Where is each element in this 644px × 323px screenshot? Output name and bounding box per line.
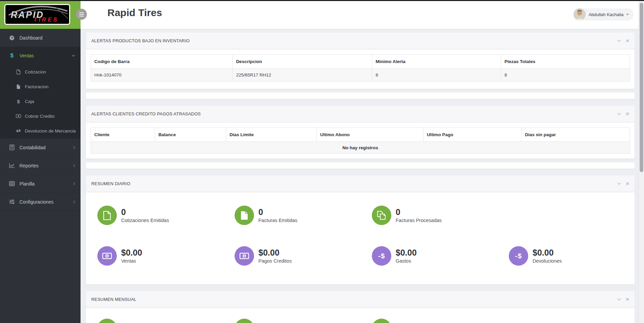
- chevron-right-icon: [73, 182, 75, 185]
- avatar: [574, 8, 586, 20]
- stat-monthly-3: 1: [372, 319, 400, 323]
- page-title: Rapid Tires: [107, 7, 162, 18]
- credit-alerts-panel: ALERTAS CLIENTES CREDITO PAGOS ATRASADOS…: [86, 106, 635, 159]
- table-icon: [9, 181, 15, 186]
- file-filled-icon: [235, 319, 254, 323]
- sidebar-item-ventas[interactable]: $ Ventas: [0, 47, 81, 64]
- sidebar-toggle-button[interactable]: [76, 9, 87, 20]
- column-header: Piezas Totales: [501, 55, 630, 69]
- copy-icon: [372, 206, 391, 225]
- sidebar-item-cobrar-credito[interactable]: Cobrar Credito: [0, 109, 81, 123]
- collapse-panel-button[interactable]: [617, 113, 621, 115]
- stat-label: Pagos Creditos: [258, 258, 292, 264]
- stat-label: Ventas: [121, 258, 142, 264]
- minus-dollar-icon: -$: [372, 246, 391, 266]
- stat-value: $0.00: [533, 248, 562, 258]
- close-panel-button[interactable]: ×: [626, 297, 629, 302]
- sidebar-item-label: Cobrar Credito: [25, 114, 55, 119]
- logo-area[interactable]: RAPID TIRES: [0, 0, 81, 29]
- sidebar-item-planilla[interactable]: Planilla: [0, 175, 81, 193]
- stat-monthly-1: 0: [97, 319, 126, 323]
- panel-title: ALERTAS CLIENTES CREDITO PAGOS ATRASADOS: [91, 111, 201, 116]
- sidebar-item-dashboard[interactable]: Dashboard: [0, 29, 81, 47]
- panel-footer-strip: [86, 162, 635, 169]
- panel-title: ALERTAS PRODUCTOS BAJO EN INVENTARIO: [91, 38, 190, 43]
- file-outline-icon: [97, 319, 117, 323]
- top-bar: Rapid Tires Abdullah Kachalia: [81, 1, 644, 29]
- stat-value: $0.00: [258, 248, 292, 258]
- gauge-icon: [9, 35, 15, 41]
- sidebar-item-reportes[interactable]: Reportes: [0, 157, 81, 175]
- vertical-scrollbar[interactable]: [639, 1, 644, 323]
- sidebar-item-label: Facturacion: [25, 84, 49, 89]
- stat-value: 0: [396, 208, 442, 217]
- credit-table: Cliente Balance Dias Limite Ultimo Abono…: [91, 127, 630, 154]
- file-filled-icon: [235, 206, 254, 225]
- close-panel-button[interactable]: ×: [626, 181, 629, 186]
- stat-gastos: -$ $0.00 Gastos: [372, 246, 417, 266]
- money-bill-icon: $: [97, 246, 117, 266]
- column-header: Codigo de Barra: [91, 55, 233, 69]
- sidebar-item-label: Caja: [25, 99, 34, 104]
- stat-label: Facturas Emitidas: [258, 218, 297, 223]
- user-menu[interactable]: Abdullah Kachalia: [574, 8, 634, 20]
- scrollbar-thumb[interactable]: [640, 3, 643, 172]
- dollar-icon: $: [9, 52, 15, 59]
- table-row: Hnk-1014070 225/65R17 RH12 8 8: [91, 69, 630, 82]
- close-icon: ×: [626, 181, 629, 186]
- rapid-tires-logo: RAPID TIRES: [4, 4, 70, 25]
- stat-facturas-procesadas: 0 Facturas Procesadas: [372, 206, 442, 225]
- sidebar-item-configuraciones[interactable]: Configuraciones: [0, 193, 81, 211]
- money-bill-icon: [16, 114, 21, 118]
- sidebar-item-label: Cotizacion: [25, 69, 46, 74]
- money-bill-icon: $: [235, 246, 254, 266]
- sidebar-item-devolucion[interactable]: Devolucion de Mercancia: [0, 123, 81, 138]
- stat-devoluciones: -$ $0.00 Devoluciones: [509, 246, 562, 266]
- chevron-down-icon: [72, 55, 75, 57]
- collapse-panel-button[interactable]: [617, 182, 621, 185]
- stat-monthly-2: 1: [235, 319, 263, 323]
- sidebar-item-facturacion[interactable]: Facturacion: [0, 79, 81, 94]
- main-content: ALERTAS PRODUCTOS BAJO EN INVENTARIO × C…: [81, 29, 644, 323]
- sliders-icon: [9, 199, 15, 204]
- panel-title: RESUMEN DIARIO: [91, 181, 130, 186]
- sidebar-item-label: Planilla: [19, 181, 35, 186]
- sidebar-group-ventas: $ Ventas Cotizacion Facturaci: [0, 47, 81, 139]
- chevron-right-icon: [73, 146, 75, 149]
- column-header: Balance: [155, 128, 226, 142]
- stat-value: 0: [121, 208, 169, 217]
- stat-label: Facturas Procesadas: [396, 218, 442, 223]
- daily-summary-panel: RESUMEN DIARIO × 0 Cotizaciones E: [86, 175, 635, 284]
- sidebar-item-label: Devolucion de Mercancia: [25, 128, 76, 133]
- column-header: Cliente: [91, 128, 155, 142]
- sidebar-item-label: Reportes: [19, 163, 39, 168]
- sidebar-item-label: Contabilidad: [19, 145, 46, 150]
- stat-value: $0.00: [121, 248, 142, 258]
- panel-header: RESUMEN DIARIO ×: [86, 175, 635, 192]
- close-panel-button[interactable]: ×: [626, 111, 629, 117]
- table-header-row: Codigo de Barra Descripcion Minimo Alert…: [91, 55, 630, 69]
- low-stock-table: Codigo de Barra Descripcion Minimo Alert…: [91, 54, 630, 82]
- collapse-panel-button[interactable]: [617, 298, 621, 301]
- chevron-right-icon: [73, 164, 75, 167]
- panel-header: ALERTAS PRODUCTOS BAJO EN INVENTARIO ×: [86, 33, 635, 49]
- sidebar-item-caja[interactable]: $ Caja: [0, 94, 81, 109]
- sidebar-item-cotizacion[interactable]: Cotizacion: [0, 64, 81, 79]
- column-header: Ultimo Pago: [423, 128, 521, 142]
- exchange-icon: [16, 129, 21, 133]
- svg-text:$: $: [106, 254, 108, 258]
- column-header: Dias sin pagar: [522, 128, 630, 142]
- logo-text-tires: TIRES: [34, 16, 59, 23]
- panel-title: RESUMEN MENSUAL: [91, 297, 136, 302]
- no-records-text: No hay registros: [91, 142, 630, 154]
- file-filled-icon: [16, 84, 21, 89]
- sidebar-item-contabilidad[interactable]: Contabilidad: [0, 139, 81, 157]
- stat-label: Cotizaciones Emitidas: [121, 218, 169, 223]
- collapse-panel-button[interactable]: [617, 40, 621, 42]
- close-panel-button[interactable]: ×: [626, 38, 629, 44]
- sidebar-item-label: Dashboard: [19, 35, 43, 41]
- close-icon: ×: [626, 111, 629, 117]
- stat-pagos-creditos: $ $0.00 Pagos Creditos: [235, 246, 292, 266]
- sidebar: RAPID TIRES Dashboard $ Ventas: [0, 0, 81, 323]
- cell-codigo: Hnk-1014070: [91, 69, 233, 82]
